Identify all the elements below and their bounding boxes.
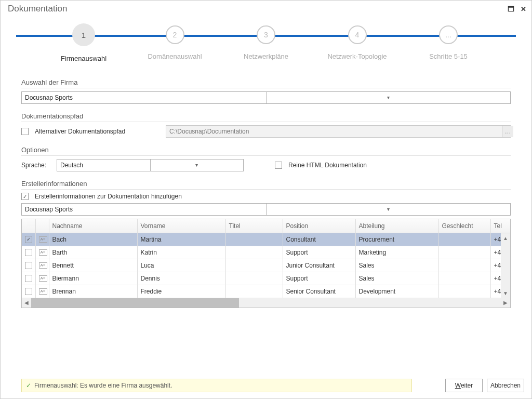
row-checkbox[interactable] xyxy=(25,275,32,282)
person-card-icon: A= xyxy=(39,288,47,295)
html-only-checkbox[interactable] xyxy=(275,162,282,169)
person-card-icon: A= xyxy=(39,262,47,269)
cell-firstname: Martina xyxy=(137,233,225,246)
table-row[interactable]: A=BennettLucaJunior ConsultantSales+4 xyxy=(22,259,511,272)
titlebar: Dokumentation 🗖 ✕ xyxy=(1,1,531,16)
maximize-icon[interactable]: 🗖 xyxy=(508,5,514,13)
alt-path-checkbox[interactable] xyxy=(21,128,29,135)
language-value: Deutsch xyxy=(57,162,150,169)
cell-department: Marketing xyxy=(355,246,438,259)
cell-firstname: Freddie xyxy=(137,285,225,298)
section-creator: Erstellerinformationen xyxy=(21,180,511,190)
doc-path-input: C:\Docusnap\Documentation … xyxy=(166,125,511,138)
col-title[interactable]: Titel xyxy=(225,219,283,233)
cell-lastname: Brennan xyxy=(49,285,137,298)
cell-position: Support xyxy=(283,246,355,259)
wizard-stepper: 1 Firmenauswahl 2 Domänenauswahl 3 Netzw… xyxy=(16,25,516,67)
cell-lastname: Bach xyxy=(49,233,137,246)
status-text: Firmenauswahl: Es wurde eine Firma ausge… xyxy=(34,382,172,389)
language-label: Sprache: xyxy=(21,162,50,169)
cell-position: Support xyxy=(283,272,355,285)
cell-title xyxy=(225,259,283,272)
section-options: Optionen xyxy=(21,146,511,156)
cell-firstname: Luca xyxy=(137,259,225,272)
col-gender[interactable]: Geschlecht xyxy=(438,219,490,233)
add-creator-label: Erstellerinformationen zur Dokumentation… xyxy=(35,193,182,200)
creator-table: Nachname Vorname Titel Position Abteilun… xyxy=(21,219,511,308)
col-department[interactable]: Abteilung xyxy=(355,219,438,233)
cell-position: Junior Consultant xyxy=(283,259,355,272)
add-creator-checkbox[interactable]: ✓ xyxy=(21,193,29,200)
col-firstname[interactable]: Vorname xyxy=(137,219,225,233)
col-phone[interactable]: Tel xyxy=(490,219,511,233)
col-position[interactable]: Position xyxy=(283,219,355,233)
section-docpath: Dokumentationspfad xyxy=(21,112,511,122)
cell-title xyxy=(225,285,283,298)
cell-firstname: Katrin xyxy=(137,246,225,259)
row-checkbox[interactable] xyxy=(25,249,32,256)
cell-title xyxy=(225,246,283,259)
creator-select-value: Docusnap Sports xyxy=(22,206,266,213)
cell-lastname: Bennett xyxy=(49,259,137,272)
cell-lastname: Barth xyxy=(49,246,137,259)
row-checkbox[interactable] xyxy=(25,262,32,269)
cell-position: Consultant xyxy=(283,233,355,246)
language-select[interactable]: Deutsch ▾ xyxy=(57,159,244,171)
step-more[interactable]: ... Schritte 5-15 xyxy=(412,25,485,62)
cell-department: Sales xyxy=(355,259,438,272)
check-icon: ✓ xyxy=(26,382,31,389)
cell-department: Procurement xyxy=(355,233,438,246)
cell-firstname: Dennis xyxy=(137,272,225,285)
step-2[interactable]: 2 Domänenauswahl xyxy=(139,25,211,62)
cell-gender xyxy=(438,285,490,298)
cell-department: Sales xyxy=(355,272,438,285)
vertical-scrollbar[interactable]: ▲ ▼ xyxy=(501,233,510,298)
cell-title xyxy=(225,272,283,285)
cell-gender xyxy=(438,246,490,259)
cancel-button[interactable]: Abbrechen xyxy=(487,379,524,392)
cell-position: Senior Consultant xyxy=(283,285,355,298)
cell-department: Development xyxy=(355,285,438,298)
alt-path-label: Alternativer Dokumentationspfad xyxy=(35,128,159,135)
person-card-icon: A= xyxy=(39,249,47,256)
chevron-down-icon: ▾ xyxy=(266,92,511,103)
col-lastname[interactable]: Nachname xyxy=(49,219,137,233)
browse-button[interactable]: … xyxy=(502,126,513,137)
table-header-row: Nachname Vorname Titel Position Abteilun… xyxy=(22,219,511,233)
chevron-down-icon: ▾ xyxy=(150,159,244,171)
cell-gender xyxy=(438,259,490,272)
chevron-down-icon: ▾ xyxy=(266,204,511,215)
cell-lastname: Biermann xyxy=(49,272,137,285)
status-bar: ✓ Firmenauswahl: Es wurde eine Firma aus… xyxy=(21,379,412,392)
next-button[interactable]: Weiter xyxy=(445,379,483,392)
step-1[interactable]: 1 Firmenauswahl xyxy=(47,25,120,62)
section-firm: Auswahl der Firma xyxy=(21,78,511,88)
window-title: Dokumentation xyxy=(8,4,67,14)
person-card-icon: A= xyxy=(39,236,47,243)
firm-select[interactable]: Docusnap Sports ▾ xyxy=(21,91,511,104)
table-row[interactable]: ✓A=BachMartinaConsultantProcurement+4 xyxy=(22,233,511,246)
person-card-icon: A= xyxy=(39,275,47,282)
horizontal-scrollbar[interactable]: ◀ ▶ xyxy=(22,298,510,308)
table-row[interactable]: A=BrennanFreddieSenior ConsultantDevelop… xyxy=(22,285,511,298)
close-icon[interactable]: ✕ xyxy=(521,5,526,13)
firm-select-value: Docusnap Sports xyxy=(22,94,266,101)
cell-title xyxy=(225,233,283,246)
cell-gender xyxy=(438,272,490,285)
creator-select[interactable]: Docusnap Sports ▾ xyxy=(21,203,511,216)
cell-gender xyxy=(438,233,490,246)
row-checkbox[interactable]: ✓ xyxy=(25,236,32,243)
html-only-label: Reine HTML Dokumentation xyxy=(288,162,367,169)
step-3[interactable]: 3 Netzwerkpläne xyxy=(230,25,302,62)
step-4[interactable]: 4 Netzwerk-Topologie xyxy=(321,25,394,62)
table-row[interactable]: A=BarthKatrinSupportMarketing+4 xyxy=(22,246,511,259)
row-checkbox[interactable] xyxy=(25,288,32,295)
table-row[interactable]: A=BiermannDennisSupportSales+4 xyxy=(22,272,511,285)
